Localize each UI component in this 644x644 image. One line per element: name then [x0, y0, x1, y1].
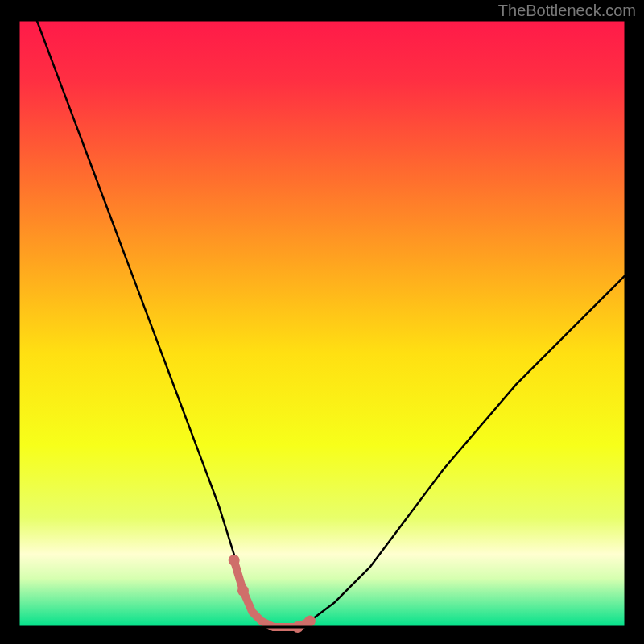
watermark-text: TheBottleneck.com	[498, 2, 636, 20]
plot-background	[19, 20, 625, 627]
chart-container: TheBottleneck.com	[0, 0, 644, 644]
highlight-dot	[304, 615, 316, 626]
bottleneck-chart	[0, 0, 644, 644]
highlight-dot	[237, 585, 249, 597]
highlight-dot	[229, 555, 240, 566]
